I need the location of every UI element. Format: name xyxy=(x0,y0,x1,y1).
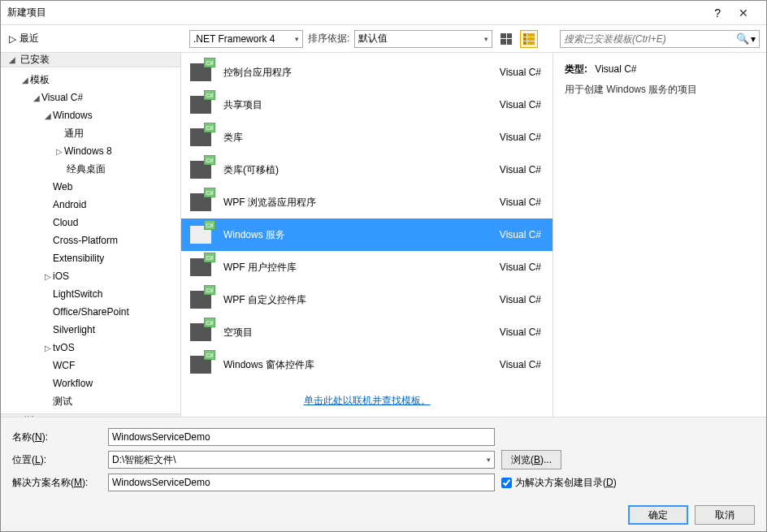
template-name: WPF 自定义控件库 xyxy=(223,293,479,307)
tree-label: 测试 xyxy=(53,395,72,409)
list-view-button[interactable] xyxy=(520,30,538,48)
chevron-down-icon[interactable]: ▾ xyxy=(487,456,491,464)
tree-crossplatform[interactable]: ▷Cross-Platform xyxy=(9,231,180,249)
tree-wcf[interactable]: ▷WCF xyxy=(9,357,180,374)
solution-input[interactable] xyxy=(112,477,491,488)
template-row[interactable]: C#类库(可移植)Visual C# xyxy=(181,154,552,186)
close-button[interactable]: ✕ xyxy=(727,6,760,19)
left-pane: ◢ 已安装 ◢ 模板 ◢ Visual C# ◢ Windows ▷ 通用 ▷ … xyxy=(1,53,181,417)
sort-label: 排序依据: xyxy=(308,32,349,45)
grid-view-button[interactable] xyxy=(497,30,515,48)
template-icon: C# xyxy=(188,157,214,183)
tree-workflow[interactable]: ▷Workflow xyxy=(9,374,180,392)
chevron-down-icon: ◢ xyxy=(20,76,30,84)
framework-value: .NET Framework 4 xyxy=(193,33,292,45)
chevron-right-icon: ▷ xyxy=(43,344,53,353)
tree-office-sharepoint[interactable]: ▷Office/SharePoint xyxy=(9,303,180,321)
template-row[interactable]: C#Windows 窗体控件库Visual C# xyxy=(181,348,552,381)
sort-value: 默认值 xyxy=(358,32,481,45)
template-row[interactable]: C#控制台应用程序Visual C# xyxy=(181,56,552,89)
tree-label: Silverlight xyxy=(53,324,95,335)
chevron-right-icon: ▷ xyxy=(43,272,53,281)
template-tree: ◢ 模板 ◢ Visual C# ◢ Windows ▷ 通用 ▷ Window… xyxy=(1,67,180,413)
list-icon xyxy=(523,33,535,45)
template-lang: Visual C# xyxy=(489,67,546,78)
chevron-right-icon: ▷ xyxy=(54,147,64,156)
name-input-wrapper[interactable] xyxy=(108,428,495,446)
name-input[interactable] xyxy=(112,431,491,443)
tree-label: tvOS xyxy=(53,342,75,353)
template-row[interactable]: C#类库Visual C# xyxy=(181,121,552,154)
tree-classic-desktop[interactable]: ▷ 经典桌面 xyxy=(9,160,180,178)
create-dir-check[interactable] xyxy=(501,478,512,488)
sort-combo[interactable]: 默认值 ▾ xyxy=(354,30,492,48)
tree-label: Extensibility xyxy=(53,253,104,264)
tree-web[interactable]: ▷Web xyxy=(9,178,180,196)
chevron-down-icon: ▾ xyxy=(295,35,299,43)
tree-tvos[interactable]: ▷tvOS xyxy=(9,339,180,357)
template-row-selected[interactable]: C#Windows 服务Visual C# xyxy=(181,218,552,251)
online-search-link[interactable]: 单击此处以联机并查找模板。 xyxy=(304,394,431,408)
chevron-down-icon: ◢ xyxy=(9,55,17,64)
template-icon: C# xyxy=(188,222,214,248)
template-row[interactable]: C#共享项目Visual C# xyxy=(181,89,552,121)
template-icon: C# xyxy=(188,352,214,378)
create-dir-checkbox[interactable]: 为解决方案创建目录(D) xyxy=(501,476,617,490)
template-name: 共享项目 xyxy=(223,98,479,112)
grid-icon xyxy=(500,33,512,45)
template-row[interactable]: C#空项目Visual C# xyxy=(181,316,552,348)
template-row[interactable]: C#WPF 用户控件库Visual C# xyxy=(181,251,552,283)
search-field[interactable] xyxy=(564,33,736,45)
template-row[interactable]: C#WPF 浏览器应用程序Visual C# xyxy=(181,186,552,218)
location-label: 位置(L): xyxy=(12,453,102,467)
dialog-buttons: 确定 取消 xyxy=(1,499,766,531)
tree-universal[interactable]: ▷ 通用 xyxy=(9,124,180,142)
tree-test[interactable]: ▷测试 xyxy=(9,392,180,410)
template-lang: Visual C# xyxy=(489,132,546,143)
window-title: 新建项目 xyxy=(7,6,714,19)
help-button[interactable]: ? xyxy=(714,6,721,19)
installed-section-header[interactable]: ◢ 已安装 xyxy=(1,53,180,67)
framework-combo[interactable]: .NET Framework 4 ▾ xyxy=(189,30,303,48)
tree-extensibility[interactable]: ▷Extensibility xyxy=(9,249,180,267)
tree-label: 通用 xyxy=(64,127,84,141)
toolbar: ▷ 最近 .NET Framework 4 ▾ 排序依据: 默认值 ▾ 🔍 ▾ xyxy=(1,25,766,53)
recent-label[interactable]: 最近 xyxy=(20,32,39,45)
template-row[interactable]: C#WPF 自定义控件库Visual C# xyxy=(181,283,552,316)
tree-ios[interactable]: ▷iOS xyxy=(9,267,180,285)
tree-label: 经典桌面 xyxy=(64,162,108,177)
online-link-row: 单击此处以联机并查找模板。 xyxy=(181,384,552,417)
template-icon: C# xyxy=(188,189,214,215)
main-area: ◢ 已安装 ◢ 模板 ◢ Visual C# ◢ Windows ▷ 通用 ▷ … xyxy=(1,53,766,417)
cancel-button[interactable]: 取消 xyxy=(695,505,755,525)
tree-label: Cross-Platform xyxy=(53,235,118,246)
chevron-down-icon[interactable]: ▾ xyxy=(751,33,756,45)
search-input[interactable]: 🔍 ▾ xyxy=(560,30,760,48)
tree-windows8[interactable]: ▷ Windows 8 xyxy=(9,142,180,160)
tree-label: WCF xyxy=(53,360,75,371)
template-name: WPF 用户控件库 xyxy=(223,261,479,275)
chevron-down-icon: ◢ xyxy=(32,93,41,102)
location-combo[interactable]: ▾ xyxy=(108,451,495,469)
template-icon: C# xyxy=(188,92,214,118)
location-input[interactable] xyxy=(112,454,487,465)
tree-lightswitch[interactable]: ▷LightSwitch xyxy=(9,285,180,303)
tree-cloud[interactable]: ▷Cloud xyxy=(9,214,180,231)
tree-visual-csharp[interactable]: ◢ Visual C# xyxy=(9,89,180,106)
ok-button[interactable]: 确定 xyxy=(628,505,688,525)
template-name: Windows 窗体控件库 xyxy=(223,358,479,372)
tree-label: iOS xyxy=(53,270,69,282)
center-pane: C#控制台应用程序Visual C# C#共享项目Visual C# C#类库V… xyxy=(181,53,553,417)
tree-android[interactable]: ▷Android xyxy=(9,196,180,214)
tree-templates[interactable]: ◢ 模板 xyxy=(9,71,180,89)
template-lang: Visual C# xyxy=(489,327,546,338)
solution-input-wrapper[interactable] xyxy=(108,474,495,491)
template-name: 类库 xyxy=(223,131,479,145)
template-icon: C# xyxy=(188,124,214,150)
browse-button[interactable]: 浏览(B)... xyxy=(501,450,561,469)
search-icon[interactable]: 🔍 xyxy=(736,32,749,45)
tree-silverlight[interactable]: ▷Silverlight xyxy=(9,321,180,339)
tree-windows[interactable]: ◢ Windows xyxy=(9,106,180,124)
template-lang: Visual C# xyxy=(489,294,546,305)
chevron-right-icon[interactable]: ▷ xyxy=(9,33,16,45)
